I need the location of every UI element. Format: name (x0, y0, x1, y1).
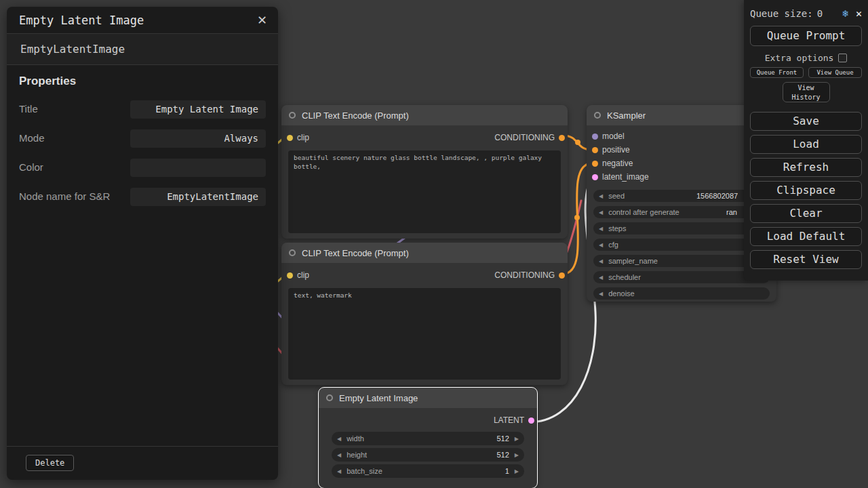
latent-output-slot[interactable] (528, 418, 534, 424)
field-label: Node name for S&R (19, 190, 121, 203)
stepper-right-icon[interactable]: ▶ (509, 468, 524, 474)
node-clip-text-encode-positive[interactable]: CLIP Text Encode (Prompt) clip CONDITION… (281, 105, 568, 239)
widget-value: 1566802087 (696, 192, 738, 200)
widget-label: height (347, 451, 367, 459)
slot-label: clip (297, 270, 309, 280)
extra-options-checkbox[interactable] (838, 54, 847, 62)
height-widget[interactable]: ◀ height 512 ▶ (332, 448, 524, 462)
node-title-bar[interactable]: CLIP Text Encode (Prompt) (281, 243, 568, 263)
stepper-right-icon[interactable]: ▶ (509, 452, 524, 458)
clipspace-button[interactable]: Clipspace (750, 181, 862, 200)
load-default-button[interactable]: Load Default (750, 227, 862, 246)
conditioning-output-slot[interactable] (559, 135, 565, 141)
widget-label: width (347, 434, 364, 443)
refresh-button[interactable]: Refresh (750, 158, 862, 177)
clear-button[interactable]: Clear (750, 204, 862, 223)
slot-label: clip (297, 133, 309, 142)
view-queue-button[interactable]: View Queue (808, 67, 862, 78)
collapse-dot[interactable] (289, 112, 296, 119)
node-clip-text-encode-negative[interactable]: CLIP Text Encode (Prompt) clip CONDITION… (281, 243, 568, 385)
vae-wire (567, 201, 581, 252)
stepper-left-icon[interactable]: ◀ (593, 274, 608, 281)
widget-label: sampler_name (608, 257, 658, 265)
node-name-input[interactable]: EmptyLatentImage (130, 188, 266, 206)
slot-label: model (602, 131, 625, 141)
node-title: CLIP Text Encode (Prompt) (302, 110, 409, 121)
stepper-left-icon[interactable]: ◀ (593, 193, 608, 199)
queue-size-count: 0 (817, 8, 823, 19)
extra-options-label: Extra options (765, 53, 834, 63)
mode-select[interactable]: Always (130, 129, 266, 148)
stepper-left-icon[interactable]: ◀ (332, 452, 347, 458)
reset-view-button[interactable]: Reset View (750, 250, 862, 269)
clip-input-slot[interactable] (287, 135, 293, 141)
field-row-color: Color (19, 156, 266, 179)
conditioning-output-slot[interactable] (559, 272, 565, 279)
collapse-dot[interactable] (289, 249, 296, 256)
widget-label: denoise (608, 289, 635, 298)
link-midpoint-dot (575, 140, 580, 145)
node-type-name: EmptyLatentImage (7, 34, 278, 65)
collapse-dot[interactable] (594, 112, 601, 119)
positive-input-slot[interactable] (592, 147, 598, 153)
queue-front-button[interactable]: Queue Front (750, 67, 804, 78)
stepper-left-icon[interactable]: ◀ (593, 226, 608, 232)
stepper-left-icon[interactable]: ◀ (332, 468, 347, 474)
delete-button[interactable]: Delete (26, 455, 74, 471)
prompt-textarea[interactable]: text, watermark (288, 288, 561, 380)
slot-label: positive (602, 145, 630, 155)
sampler-name-widget[interactable]: ◀ sampler_name (593, 255, 770, 267)
stepper-left-icon[interactable]: ◀ (593, 291, 608, 297)
widget-label: seed (608, 192, 625, 200)
model-input-slot[interactable] (592, 134, 598, 140)
width-widget[interactable]: ◀ width 512 ▶ (332, 432, 524, 445)
slot-label: CONDITIONING (494, 133, 555, 142)
latent-image-input-slot[interactable] (592, 174, 598, 180)
slot-label: latent_image (602, 172, 649, 182)
link-midpoint-dot (574, 215, 580, 220)
stepper-left-icon[interactable]: ◀ (332, 436, 347, 442)
widget-label: cfg (608, 241, 618, 249)
steps-widget[interactable]: ◀ steps (593, 222, 770, 235)
prompt-textarea[interactable]: beautiful scenery nature glass bottle la… (288, 150, 561, 233)
clip-input-slot[interactable] (287, 272, 293, 279)
comfy-menu: Queue size: 0 ❄ ✕ Queue Prompt Extra opt… (744, 0, 868, 281)
snowflake-icon[interactable]: ❄ (842, 7, 848, 20)
node-title-bar[interactable]: CLIP Text Encode (Prompt) (281, 105, 568, 125)
negative-input-slot[interactable] (592, 161, 598, 167)
graph-canvas[interactable]: CLIP Text Encode (Prompt) clip CONDITION… (0, 0, 868, 488)
load-button[interactable]: Load (750, 135, 862, 154)
save-button[interactable]: Save (750, 112, 862, 131)
slot-label: negative (602, 159, 633, 168)
batch-size-widget[interactable]: ◀ batch_size 1 ▶ (332, 464, 524, 478)
cfg-widget[interactable]: ◀ cfg (593, 239, 770, 251)
stepper-left-icon[interactable]: ◀ (593, 258, 608, 264)
close-icon[interactable]: ✕ (856, 7, 862, 20)
stepper-left-icon[interactable]: ◀ (593, 209, 608, 216)
properties-heading: Properties (19, 75, 266, 88)
widget-label: batch_size (347, 467, 382, 475)
queue-prompt-button[interactable]: Queue Prompt (750, 26, 862, 46)
widget-value: 512 (496, 434, 509, 443)
stepper-right-icon[interactable]: ▶ (509, 436, 524, 442)
denoise-widget[interactable]: ◀ denoise (593, 287, 770, 300)
collapse-dot[interactable] (326, 394, 333, 401)
node-title-bar[interactable]: Empty Latent Image (319, 388, 537, 408)
widget-label: control after generate (608, 208, 679, 216)
node-empty-latent-image[interactable]: Empty Latent Image LATENT ◀ width 512 ▶ … (319, 388, 537, 488)
field-label: Title (19, 102, 121, 116)
field-row-node-name: Node name for S&R EmptyLatentImage (19, 185, 266, 208)
slot-label: CONDITIONING (494, 270, 555, 280)
scheduler-widget[interactable]: ◀ scheduler (593, 271, 770, 283)
color-input[interactable] (130, 159, 266, 177)
dialog-title: Empty Latent Image (19, 14, 144, 27)
control-after-generate-widget[interactable]: ◀ control after generate ran (593, 206, 770, 218)
close-icon[interactable]: ✕ (257, 13, 267, 28)
stepper-left-icon[interactable]: ◀ (593, 242, 608, 248)
widget-label: scheduler (608, 273, 641, 281)
seed-widget[interactable]: ◀ seed 1566802087 (593, 190, 770, 202)
view-history-button[interactable]: View History (783, 82, 830, 102)
title-input[interactable]: Empty Latent Image (130, 100, 266, 119)
widget-value: 512 (496, 451, 509, 459)
field-label: Color (19, 161, 121, 174)
